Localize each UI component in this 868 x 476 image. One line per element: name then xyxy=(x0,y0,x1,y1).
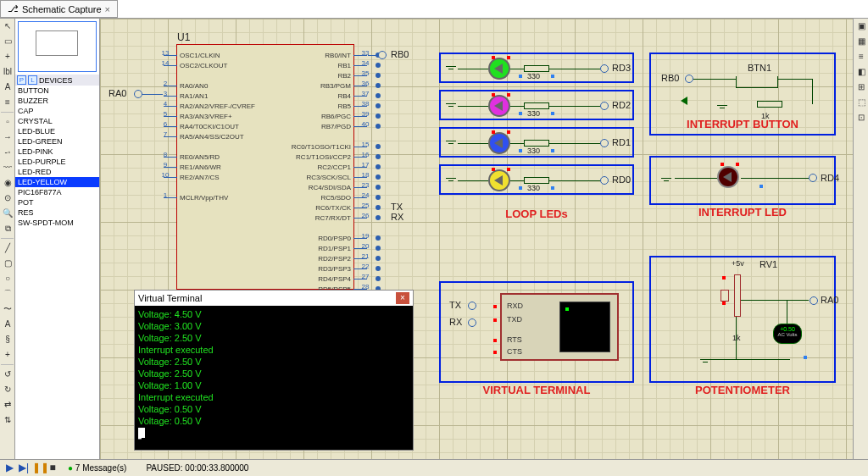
net-pin[interactable] xyxy=(600,176,609,185)
tool-arc[interactable]: ⌒ xyxy=(1,287,14,301)
canvas[interactable]: U1 OSC1/CLKIN13OSC2/CLKOUT14RA0/AN02RA1/… xyxy=(100,19,853,459)
tool-normal[interactable]: ▣ xyxy=(854,19,868,33)
tool-wirelabel[interactable]: lbl xyxy=(1,65,14,79)
terminal-rb0: RB0 xyxy=(391,49,409,59)
device-item[interactable]: PIC16F877A xyxy=(15,187,99,197)
tool-mixed[interactable]: ⊞ xyxy=(854,80,868,94)
net-pin[interactable] xyxy=(600,64,609,73)
tool-select[interactable]: ↖ xyxy=(1,19,14,33)
resistor[interactable] xyxy=(524,177,549,184)
net-pin[interactable] xyxy=(600,139,609,147)
tool-marker[interactable]: + xyxy=(1,348,14,362)
tool-generator[interactable]: ⊙ xyxy=(1,191,14,205)
device-item[interactable]: LED-GREEN xyxy=(15,136,99,147)
pot-body[interactable] xyxy=(734,274,741,317)
pot-wiper[interactable] xyxy=(721,290,729,302)
device-item[interactable]: CAP xyxy=(15,106,99,116)
pause-button[interactable]: ❚❚ xyxy=(32,462,44,474)
led-row: 330RD1 xyxy=(439,127,634,158)
status-bar: ▶ ▶| ❚❚ ■ ● 7 Message(s) PAUSED: 00:00:3… xyxy=(0,459,868,476)
tool-3d[interactable]: ◧ xyxy=(854,65,868,79)
led[interactable] xyxy=(488,58,510,80)
device-item[interactable]: LED-PURPLE xyxy=(15,157,99,167)
chip-pin: RC7/RX/DT xyxy=(315,214,351,222)
device-list[interactable]: BUTTONBUZZERCAPCRYSTALLED-BLUELED-GREENL… xyxy=(15,86,99,459)
tool-instrument[interactable]: ⧉ xyxy=(1,222,14,235)
device-item[interactable]: RES xyxy=(15,208,99,218)
tool-text[interactable]: A xyxy=(1,80,14,94)
vt-tx-pin[interactable] xyxy=(468,302,476,310)
chip-pin: OSC1/CLKIN xyxy=(180,52,220,59)
tool-text2[interactable]: A xyxy=(1,318,14,331)
virtual-terminal-window[interactable]: Virtual Terminal × Voltage: 4.50 VVoltag… xyxy=(134,290,414,451)
step-button[interactable]: ▶| xyxy=(18,462,30,474)
tool-junction[interactable]: + xyxy=(1,50,14,64)
device-item[interactable]: LED-PINK xyxy=(15,147,99,157)
ib-ref: BTN1 xyxy=(748,63,771,73)
tool-flip-v[interactable]: ⇅ xyxy=(1,413,14,427)
il-pin[interactable] xyxy=(809,174,817,182)
vt-output: Voltage: 4.50 VVoltage: 3.00 VVoltage: 2… xyxy=(135,306,413,443)
tool-probe[interactable]: 🔍 xyxy=(1,207,14,220)
tool-rot-ccw[interactable]: ↺ xyxy=(1,368,14,381)
resistor[interactable] xyxy=(524,102,549,109)
tool-track[interactable]: ⬚ xyxy=(854,96,868,109)
tool-pin[interactable]: -◦ xyxy=(1,146,14,159)
play-button[interactable]: ▶ xyxy=(3,462,15,474)
vt-line: Voltage: 2.50 V xyxy=(138,357,202,367)
tool-path[interactable]: 〜 xyxy=(1,302,14,316)
int-led[interactable] xyxy=(717,166,739,188)
terminal-ra0-pin[interactable] xyxy=(134,90,142,98)
vt-titlebar[interactable]: Virtual Terminal × xyxy=(135,291,413,306)
stop-button[interactable]: ■ xyxy=(47,462,58,474)
led[interactable] xyxy=(488,132,510,154)
tool-flip-h[interactable]: ⇄ xyxy=(1,398,14,412)
tool-bus[interactable]: ≡ xyxy=(1,96,14,109)
device-item[interactable]: POT xyxy=(15,197,99,208)
tool-symbol[interactable]: § xyxy=(1,333,14,346)
vterm-module[interactable]: RXD TXD RTS CTS xyxy=(500,293,619,361)
tool-recorder[interactable]: ◉ xyxy=(1,176,14,190)
device-item[interactable]: LED-YELLOW xyxy=(15,177,99,187)
device-item[interactable]: LED-RED xyxy=(15,167,99,177)
vt-rx-pin[interactable] xyxy=(468,318,476,327)
tool-hide[interactable]: ▦ xyxy=(854,35,868,48)
resistor[interactable] xyxy=(524,140,549,147)
tool-component[interactable]: ▭ xyxy=(1,35,14,48)
close-icon[interactable]: × xyxy=(105,4,110,14)
resistor[interactable] xyxy=(524,65,549,72)
terminal-rb0-pin[interactable] xyxy=(378,51,387,59)
res-val: 330 xyxy=(527,109,540,118)
tool-subcircuit[interactable]: ▫ xyxy=(1,115,14,129)
tab-schematic[interactable]: ⎇ Schematic Capture × xyxy=(0,0,118,18)
pin-number: 21 xyxy=(357,252,374,260)
tool-circle[interactable]: ○ xyxy=(1,272,14,285)
pick-device-button[interactable]: P xyxy=(17,75,26,85)
ib-pin[interactable] xyxy=(685,75,693,83)
led[interactable] xyxy=(488,169,510,191)
led[interactable] xyxy=(488,95,510,117)
tool-terminal[interactable]: → xyxy=(1,130,14,144)
close-icon[interactable]: × xyxy=(396,292,409,304)
tool-pad[interactable]: ⊡ xyxy=(854,111,868,125)
device-item[interactable]: SW-SPDT-MOM xyxy=(15,218,99,228)
chip-u1[interactable]: U1 OSC1/CLKIN13OSC2/CLKOUT14RA0/AN02RA1/… xyxy=(176,44,354,290)
tool-rot-cw[interactable]: ↻ xyxy=(1,383,14,396)
tool-graph[interactable]: 〰 xyxy=(1,161,14,174)
ib-res[interactable] xyxy=(757,101,782,108)
voltmeter[interactable]: +0.50 AC Volts xyxy=(773,324,802,344)
pot-pin[interactable] xyxy=(810,296,818,305)
net-pin[interactable] xyxy=(600,102,609,110)
chip-pin: RD4/PSP4 xyxy=(318,275,351,283)
tool-layer[interactable]: ≡ xyxy=(854,50,868,64)
tool-box[interactable]: ▢ xyxy=(1,257,14,270)
button-symbol[interactable] xyxy=(736,76,778,88)
tool-line[interactable]: ╱ xyxy=(1,241,14,255)
device-item[interactable]: LED-BLUE xyxy=(15,126,99,136)
library-button[interactable]: L xyxy=(28,75,37,85)
message-count[interactable]: 7 Message(s) xyxy=(75,463,127,473)
device-item[interactable]: CRYSTAL xyxy=(15,116,99,126)
overview-map[interactable] xyxy=(18,21,97,72)
device-item[interactable]: BUZZER xyxy=(15,96,99,106)
device-item[interactable]: BUTTON xyxy=(15,86,99,96)
